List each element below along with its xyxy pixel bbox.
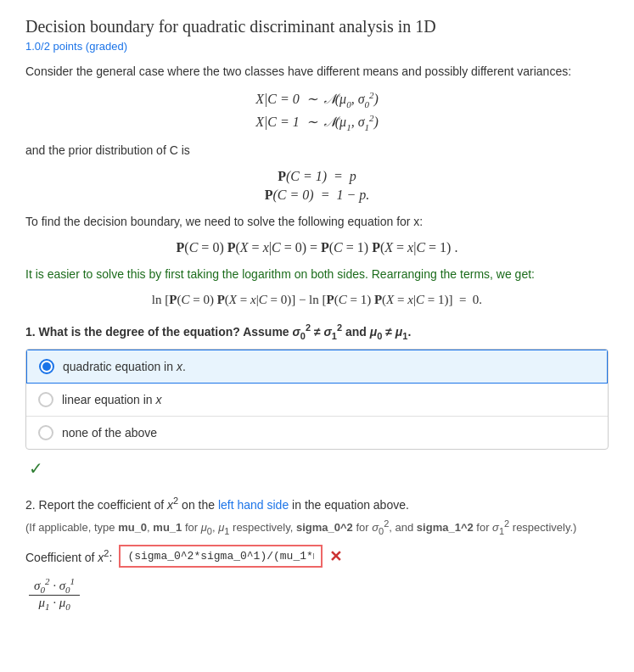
coefficient-row: Coefficient of x2: ✕: [25, 545, 609, 568]
option-quadratic-label: quadratic equation in x.: [63, 360, 186, 373]
main-equation: P(C = 0) P(X = x|C = 0) = P(C = 1) P(X =…: [25, 240, 609, 255]
option-linear-label: linear equation in x: [62, 393, 162, 406]
coeff-input[interactable]: [119, 545, 323, 568]
prior-text: and the prior distribution of C is: [25, 143, 609, 157]
option-none[interactable]: none of the above: [26, 417, 608, 449]
question1-number: 1. What is the degree of the equation? A…: [25, 322, 609, 340]
question2-number: 2.: [25, 498, 36, 512]
radio-quadratic[interactable]: [39, 359, 54, 374]
points-label: 1.0/2 points (graded): [25, 40, 609, 53]
log-text: It is easier to solve this by first taki…: [25, 267, 609, 281]
question2-section: 2. Report the coefficient of x2 on the l…: [25, 496, 609, 612]
question2-header: 2. Report the coefficient of x2 on the l…: [25, 496, 609, 512]
incorrect-mark: ✕: [329, 547, 342, 566]
question1-text: What is the degree of the equation? Assu…: [39, 325, 412, 339]
radio-linear[interactable]: [38, 392, 53, 407]
correct-checkmark: ✓: [29, 458, 609, 479]
answer-options: quadratic equation in x. linear equation…: [25, 349, 609, 450]
page-title: Decision boundary for quadratic discrimi…: [25, 17, 609, 36]
option-none-label: none of the above: [62, 426, 157, 440]
distribution-equations: X|C = 0 ∼ 𝒩(μ0, σ02) X|C = 1 ∼ 𝒩(μ1, σ12…: [25, 90, 609, 132]
fraction-hint: σ02 · σ01 μ1 · μ0: [29, 576, 609, 612]
option-linear[interactable]: linear equation in x: [26, 384, 608, 417]
option-quadratic[interactable]: quadratic equation in x.: [26, 350, 608, 384]
intro-text: Consider the general case where the two …: [25, 64, 609, 78]
question2-hint: (If applicable, type mu_0, mu_1 for μ0, …: [25, 518, 609, 536]
log-equation: ln [P(C = 0) P(X = x|C = 0)] − ln [P(C =…: [25, 293, 609, 307]
coeff-label: Coefficient of x2:: [25, 548, 112, 564]
radio-none[interactable]: [38, 425, 53, 440]
prior-equations: P(C = 1) = p P(C = 0) = 1 − p.: [25, 169, 609, 203]
solve-text: To find the decision boundary, we need t…: [25, 215, 609, 228]
